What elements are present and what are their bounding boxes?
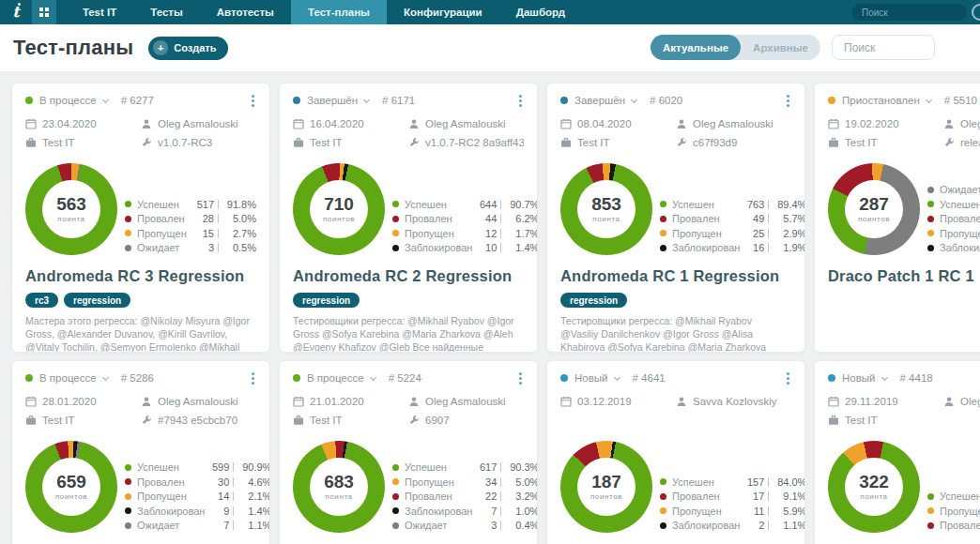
legend-item: Пропущен121.7%: [392, 226, 538, 241]
test-plan-card[interactable]: Приостановлен# 551019.02.2020Oleg Asmalo…: [814, 83, 980, 353]
test-plan-card[interactable]: Новый# 464103.12.2019Savva Kozlovskiy187…: [546, 360, 805, 544]
nav-tab-тест-планы[interactable]: Тест-планы: [291, 0, 387, 24]
card-meta: 29.11.2019Oleg AsmalouskiTest IT: [828, 392, 980, 430]
create-button[interactable]: + Создать: [148, 37, 228, 60]
plan-title[interactable]: Andromeda RC 3 Regression: [25, 267, 256, 285]
plan-title[interactable]: Draco Patch 1 RC 1: [828, 267, 980, 285]
status-dot-icon: [828, 97, 835, 104]
points-value: 563: [56, 195, 86, 215]
legend-percent: 1.4%: [237, 506, 270, 517]
status-selector[interactable]: Завершён: [293, 95, 369, 106]
test-plan-card[interactable]: В процессе# 627723.04.2020Oleg Asmalousk…: [11, 83, 270, 353]
plan-search-input[interactable]: [832, 35, 935, 60]
test-plan-card[interactable]: Новый# 441829.11.2019Oleg AsmalouskiTest…: [814, 360, 980, 544]
user-avatar[interactable]: [972, 4, 980, 21]
card-header: Новый# 4418: [828, 370, 980, 385]
status-selector[interactable]: Новый: [560, 372, 620, 384]
legend-percent: 1.0%: [505, 506, 538, 517]
plan-version-text: #7943 e5cbcb70: [158, 415, 237, 426]
plan-project: Test IT: [25, 415, 141, 426]
legend-dot-icon: [392, 216, 399, 222]
legend-percent: 1.4%: [505, 242, 538, 253]
wrench-icon: [408, 415, 420, 426]
legend-divider: [768, 229, 769, 238]
plan-author: Oleg Asmalouski: [141, 396, 256, 407]
calendar-icon: [560, 396, 572, 407]
legend-dot-icon: [927, 216, 934, 222]
legend-percent: 5.7%: [773, 213, 805, 224]
legend-percent: 1.1%: [237, 520, 270, 531]
meta-row: 28.01.2020Oleg Asmalouski: [25, 392, 256, 411]
wrench-icon: [141, 415, 152, 426]
plan-project-text: Test IT: [845, 415, 878, 426]
plan-title[interactable]: Andromeda RC 2 Regression: [293, 267, 524, 285]
tag-pill[interactable]: regression: [560, 293, 627, 308]
kebab-menu-icon[interactable]: [517, 370, 524, 386]
test-plan-card[interactable]: В процессе# 528628.01.2020Oleg Asmalousk…: [11, 360, 270, 544]
apps-grid-icon[interactable]: [32, 0, 56, 24]
status-selector[interactable]: Приостановлен: [828, 95, 931, 106]
plan-title[interactable]: Andromeda RC 1 Regression: [560, 267, 791, 285]
status-selector[interactable]: В процессе: [25, 372, 108, 384]
tag-pill[interactable]: regression: [293, 293, 360, 308]
plan-date: 29.11.2019: [828, 396, 943, 407]
tag-list: regression: [293, 293, 524, 308]
status-selector[interactable]: Завершён: [560, 95, 636, 106]
status-selector[interactable]: В процессе: [293, 372, 375, 384]
kebab-menu-icon[interactable]: [517, 93, 524, 109]
legend-percent: 3.2%: [505, 491, 538, 502]
legend-value: 763: [740, 199, 764, 210]
legend-item: Успешен: [927, 490, 980, 505]
kebab-menu-icon[interactable]: [785, 370, 791, 386]
legend-value: 17: [740, 491, 764, 502]
test-plan-card[interactable]: Завершён# 617116.04.2020Oleg AsmalouskiT…: [279, 83, 538, 353]
plan-project-text: Test IT: [310, 137, 343, 148]
legend-percent: 90.3%: [505, 461, 538, 473]
main-navigation: Test ITТестыАвтотестыТест-планыКонфигура…: [66, 0, 582, 24]
chevron-down-icon: [102, 96, 109, 102]
status-dot-icon: [560, 374, 568, 382]
plan-id: # 6277: [121, 95, 154, 106]
nav-tab-test-it[interactable]: Test IT: [66, 0, 133, 24]
tag-pill[interactable]: regression: [64, 293, 130, 308]
test-plan-card[interactable]: В процессе# 522421.01.2020Oleg Asmalousk…: [279, 360, 538, 544]
legend-percent: 9.1%: [773, 491, 805, 502]
app-logo[interactable]: t: [0, 0, 32, 24]
meta-row: 03.12.2019Savva Kozlovskiy: [560, 392, 791, 411]
kebab-menu-icon[interactable]: [785, 93, 791, 109]
legend: Успешен64490.7%Провален446.2%Пропущен121…: [392, 197, 538, 255]
nav-tab-конфигурации[interactable]: Конфигурации: [387, 0, 499, 24]
test-plan-card[interactable]: Завершён# 602008.04.2020Oleg AsmalouskiT…: [546, 83, 805, 353]
nav-tab-тесты[interactable]: Тесты: [133, 0, 200, 24]
legend-label: Успешен: [940, 199, 980, 210]
nav-tab-автотесты[interactable]: Автотесты: [200, 0, 291, 24]
filter-archive-button[interactable]: Архивные: [741, 35, 820, 60]
legend-dot-icon: [125, 245, 131, 251]
legend-dot-icon: [125, 216, 131, 222]
legend-divider: [768, 214, 769, 223]
meta-row: 23.04.2020Oleg Asmalouski: [25, 114, 256, 133]
plan-author: Oleg Asmalouski: [408, 118, 524, 129]
legend-label: Пропущен: [940, 506, 980, 517]
legend-item: Ожидает71.1%: [125, 519, 270, 534]
status-selector[interactable]: В процессе: [25, 95, 108, 106]
legend-value: 11: [740, 506, 764, 517]
plan-author: Oleg Asmalouski: [943, 118, 980, 129]
kebab-menu-icon[interactable]: [250, 370, 256, 386]
plan-version: v1.0.7-RC3: [141, 137, 256, 148]
kebab-menu-icon[interactable]: [250, 93, 256, 109]
status-selector[interactable]: Новый: [828, 372, 887, 384]
legend-divider: [500, 521, 501, 530]
nav-tab-дашборд[interactable]: Дашборд: [499, 0, 582, 24]
legend-item: Провален: [927, 519, 980, 534]
plan-author: Oleg Asmalouski: [943, 396, 980, 407]
status-label: Новый: [574, 372, 608, 384]
card-meta: 16.04.2020Oleg AsmalouskiTest ITv1.0.7-R…: [293, 114, 524, 152]
legend-label: Заблокирован: [405, 506, 472, 517]
legend-divider: [218, 229, 219, 238]
legend-label: Пропущен: [672, 228, 740, 239]
filter-actual-button[interactable]: Актуальные: [651, 35, 741, 60]
legend-percent: 5.0%: [505, 476, 538, 488]
global-search-input[interactable]: [852, 4, 967, 21]
tag-pill[interactable]: rc3: [25, 293, 58, 308]
